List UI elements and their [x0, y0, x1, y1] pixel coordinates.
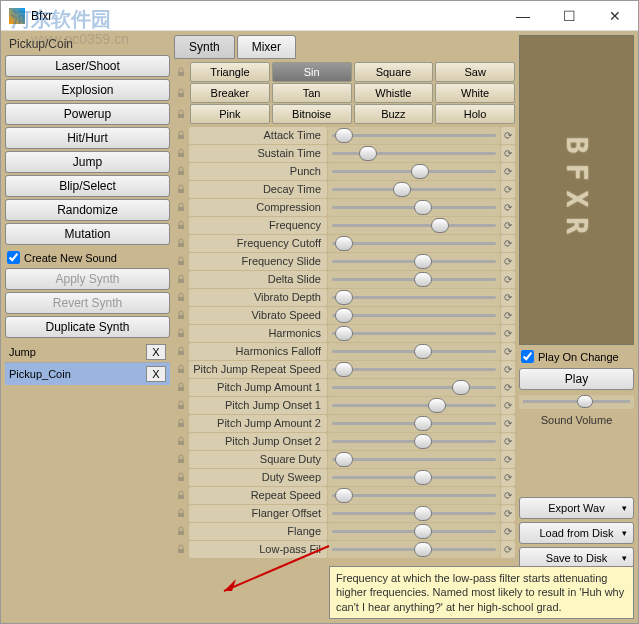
param-reset-button[interactable]: ⟳: [501, 145, 515, 162]
param-slider[interactable]: [328, 163, 500, 180]
lock-icon[interactable]: [174, 238, 188, 248]
lock-icon[interactable]: [174, 544, 188, 554]
wave-tan-button[interactable]: Tan: [272, 83, 352, 103]
param-reset-button[interactable]: ⟳: [501, 163, 515, 180]
revert-synth-button[interactable]: Revert Synth: [5, 292, 170, 314]
play-button[interactable]: Play: [519, 368, 634, 390]
lock-icon[interactable]: [174, 382, 188, 392]
wave-square-button[interactable]: Square: [354, 62, 434, 82]
param-slider[interactable]: [328, 307, 500, 324]
param-slider[interactable]: [328, 415, 500, 432]
param-slider[interactable]: [328, 343, 500, 360]
param-reset-button[interactable]: ⟳: [501, 361, 515, 378]
lock-icon[interactable]: [174, 526, 188, 536]
param-reset-button[interactable]: ⟳: [501, 541, 515, 558]
preset-blipselect-button[interactable]: Blip/Select: [5, 175, 170, 197]
lock-icon[interactable]: [174, 328, 188, 338]
lock-icon[interactable]: [174, 364, 188, 374]
preset-randomize-button[interactable]: Randomize: [5, 199, 170, 221]
param-slider[interactable]: [328, 127, 500, 144]
preset-hithurt-button[interactable]: Hit/Hurt: [5, 127, 170, 149]
param-reset-button[interactable]: ⟳: [501, 325, 515, 342]
create-new-sound-row[interactable]: Create New Sound: [5, 249, 170, 266]
maximize-button[interactable]: ☐: [546, 1, 592, 31]
param-slider[interactable]: [328, 451, 500, 468]
param-reset-button[interactable]: ⟳: [501, 199, 515, 216]
param-reset-button[interactable]: ⟳: [501, 469, 515, 486]
param-reset-button[interactable]: ⟳: [501, 487, 515, 504]
param-reset-button[interactable]: ⟳: [501, 433, 515, 450]
wave-saw-button[interactable]: Saw: [435, 62, 515, 82]
param-reset-button[interactable]: ⟳: [501, 289, 515, 306]
param-slider[interactable]: [328, 379, 500, 396]
wave-whistle-button[interactable]: Whistle: [354, 83, 434, 103]
wave-breaker-button[interactable]: Breaker: [190, 83, 270, 103]
create-new-sound-checkbox[interactable]: [7, 251, 20, 264]
play-on-change-row[interactable]: Play On Change: [519, 348, 634, 365]
preset-powerup-button[interactable]: Powerup: [5, 103, 170, 125]
param-reset-button[interactable]: ⟳: [501, 523, 515, 540]
lock-icon[interactable]: [174, 184, 188, 194]
param-reset-button[interactable]: ⟳: [501, 397, 515, 414]
lock-icon[interactable]: [174, 400, 188, 410]
play-on-change-checkbox[interactable]: [521, 350, 534, 363]
delete-sound-button[interactable]: X: [146, 344, 166, 360]
param-slider[interactable]: [328, 289, 500, 306]
param-reset-button[interactable]: ⟳: [501, 271, 515, 288]
lock-icon[interactable]: [174, 436, 188, 446]
param-slider[interactable]: [328, 325, 500, 342]
param-reset-button[interactable]: ⟳: [501, 235, 515, 252]
lock-icon[interactable]: [174, 220, 188, 230]
param-reset-button[interactable]: ⟳: [501, 217, 515, 234]
param-slider[interactable]: [328, 235, 500, 252]
param-slider[interactable]: [328, 145, 500, 162]
lock-icon[interactable]: [174, 256, 188, 266]
load-from-disk-button[interactable]: Load from Disk▾: [519, 522, 634, 544]
wave-buzz-button[interactable]: Buzz: [354, 104, 434, 124]
lock-icon[interactable]: [174, 88, 188, 98]
lock-icon[interactable]: [174, 109, 188, 119]
duplicate-synth-button[interactable]: Duplicate Synth: [5, 316, 170, 338]
lock-icon[interactable]: [174, 130, 188, 140]
sound-volume-slider[interactable]: [519, 395, 634, 409]
lock-icon[interactable]: [174, 67, 188, 77]
sound-list-header[interactable]: Jump X: [5, 342, 170, 363]
param-reset-button[interactable]: ⟳: [501, 415, 515, 432]
param-slider[interactable]: [328, 469, 500, 486]
param-reset-button[interactable]: ⟳: [501, 505, 515, 522]
lock-icon[interactable]: [174, 490, 188, 500]
param-reset-button[interactable]: ⟳: [501, 253, 515, 270]
lock-icon[interactable]: [174, 418, 188, 428]
close-button[interactable]: ✕: [592, 1, 638, 31]
lock-icon[interactable]: [174, 310, 188, 320]
apply-synth-button[interactable]: Apply Synth: [5, 268, 170, 290]
preset-explosion-button[interactable]: Explosion: [5, 79, 170, 101]
lock-icon[interactable]: [174, 148, 188, 158]
sound-list-item[interactable]: Pickup_CoinX: [5, 363, 170, 385]
lock-icon[interactable]: [174, 454, 188, 464]
param-reset-button[interactable]: ⟳: [501, 343, 515, 360]
param-slider[interactable]: [328, 253, 500, 270]
export-wav-button[interactable]: Export Wav▾: [519, 497, 634, 519]
param-slider[interactable]: [328, 271, 500, 288]
tab-mixer[interactable]: Mixer: [237, 35, 296, 59]
preset-lasershoot-button[interactable]: Laser/Shoot: [5, 55, 170, 77]
minimize-button[interactable]: —: [500, 1, 546, 31]
param-slider[interactable]: [328, 523, 500, 540]
tab-synth[interactable]: Synth: [174, 35, 235, 59]
wave-sin-button[interactable]: Sin: [272, 62, 352, 82]
param-reset-button[interactable]: ⟳: [501, 379, 515, 396]
wave-triangle-button[interactable]: Triangle: [190, 62, 270, 82]
param-slider[interactable]: [328, 433, 500, 450]
wave-holo-button[interactable]: Holo: [435, 104, 515, 124]
param-slider[interactable]: [328, 361, 500, 378]
param-slider[interactable]: [328, 199, 500, 216]
lock-icon[interactable]: [174, 202, 188, 212]
lock-icon[interactable]: [174, 274, 188, 284]
lock-icon[interactable]: [174, 166, 188, 176]
preset-jump-button[interactable]: Jump: [5, 151, 170, 173]
param-reset-button[interactable]: ⟳: [501, 451, 515, 468]
param-slider[interactable]: [328, 505, 500, 522]
param-reset-button[interactable]: ⟳: [501, 181, 515, 198]
lock-icon[interactable]: [174, 346, 188, 356]
